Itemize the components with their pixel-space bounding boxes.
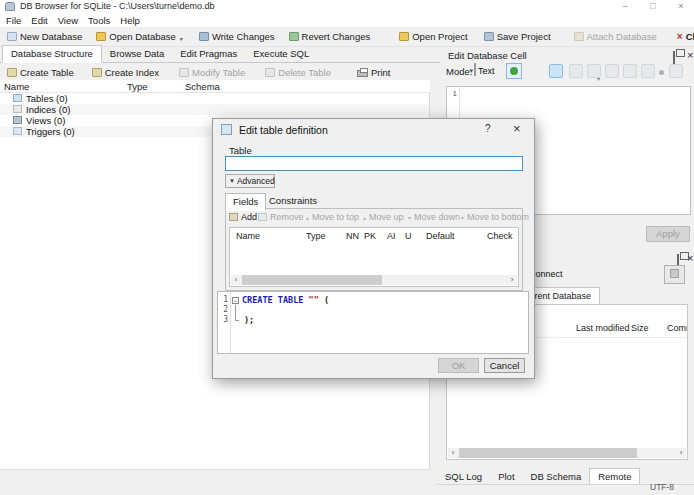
- remote-horizontal-scrollbar[interactable]: ‹ ›: [448, 448, 686, 458]
- encoding-status: UTF-8: [650, 482, 674, 492]
- tab-plot[interactable]: Plot: [490, 469, 522, 485]
- open-database-dropdown-icon[interactable]: ▾: [180, 35, 183, 42]
- structure-toolbar: Create Table Create Index Modify Table D…: [0, 64, 440, 80]
- close-panel-icon[interactable]: ×: [687, 253, 693, 263]
- text-mode-icon[interactable]: [549, 64, 563, 78]
- revert-changes-icon: [289, 32, 299, 41]
- tab-db-schema[interactable]: DB Schema: [523, 469, 590, 485]
- scroll-left-icon[interactable]: ‹: [231, 275, 241, 285]
- auto-apply-toggle[interactable]: [506, 63, 522, 79]
- menubar: File Edit View Tools Help: [0, 13, 694, 27]
- create-table-icon: [7, 68, 17, 77]
- arrow-down-icon: ▾: [408, 214, 411, 221]
- apply-dot-icon: [510, 67, 518, 75]
- export-file-icon: [605, 64, 619, 78]
- move-to-bottom-button: ▾ Move to bottom: [461, 212, 529, 222]
- col-nn[interactable]: NN: [346, 231, 359, 241]
- tree-column-name[interactable]: Name: [4, 81, 29, 92]
- delete-table-icon: [265, 68, 275, 77]
- tab-execute-sql[interactable]: Execute SQL: [245, 46, 317, 62]
- tab-browse-data[interactable]: Browse Data: [102, 46, 172, 62]
- float-panel-icon[interactable]: [673, 51, 675, 64]
- remote-column-commit[interactable]: Commit: [667, 323, 688, 333]
- tree-column-schema[interactable]: Schema: [185, 81, 220, 92]
- views-icon: [13, 116, 22, 124]
- mode-label: Mode:: [446, 66, 472, 77]
- create-index-button[interactable]: Create Index: [87, 65, 164, 80]
- tab-database-structure[interactable]: Database Structure: [2, 45, 102, 63]
- import-dropdown-icon: ▾: [597, 75, 600, 82]
- print-button[interactable]: Print: [352, 65, 396, 80]
- scroll-right-icon[interactable]: ›: [507, 275, 517, 285]
- create-index-icon: [92, 68, 102, 77]
- mode-select[interactable]: Text ▾: [474, 63, 476, 76]
- modify-table-button: Modify Table: [174, 65, 250, 80]
- tab-constraints[interactable]: Constraints: [262, 193, 324, 209]
- scrollbar-thumb[interactable]: [242, 275, 382, 285]
- print-cell-icon: [669, 64, 683, 78]
- minimize-button[interactable]: –: [612, 0, 638, 13]
- tab-edit-pragmas[interactable]: Edit Pragmas: [172, 46, 245, 62]
- dialog-close-icon[interactable]: ×: [513, 121, 521, 136]
- add-field-button[interactable]: Add: [229, 212, 257, 222]
- scroll-left-icon[interactable]: ‹: [448, 448, 458, 458]
- menu-edit[interactable]: Edit: [26, 13, 52, 27]
- main-view-tabs: Database Structure Browse Data Edit Prag…: [0, 46, 440, 63]
- revert-changes-button[interactable]: Revert Changes: [284, 29, 376, 44]
- fullscreen-icon: [641, 64, 655, 78]
- tree-item-indices[interactable]: Indices (0): [0, 104, 429, 115]
- tree-column-type[interactable]: Type: [127, 81, 148, 92]
- menu-view[interactable]: View: [53, 13, 83, 27]
- dialog-title: Edit table definition: [239, 124, 328, 136]
- tree-item-tables[interactable]: Tables (0): [0, 93, 429, 104]
- menu-help[interactable]: Help: [115, 13, 145, 27]
- col-name[interactable]: Name: [236, 231, 260, 241]
- triggers-icon: [13, 127, 22, 135]
- scrollbar-thumb[interactable]: [459, 448, 637, 458]
- dot-icon: [659, 70, 664, 75]
- fold-marker-icon[interactable]: −: [232, 297, 239, 304]
- remote-column-size[interactable]: Size: [631, 323, 649, 333]
- open-database-icon: [96, 32, 106, 41]
- col-default[interactable]: Default: [426, 231, 455, 241]
- edit-table-definition-dialog: Edit table definition ? × Table ▼ Advanc…: [212, 118, 535, 379]
- col-check[interactable]: Check: [487, 231, 513, 241]
- col-type[interactable]: Type: [306, 231, 326, 241]
- print-icon: [357, 70, 368, 77]
- open-project-button[interactable]: Open Project: [394, 29, 472, 44]
- arrow-down-icon: ▾: [461, 214, 464, 221]
- close-button[interactable]: ×: [668, 0, 694, 13]
- create-table-button[interactable]: Create Table: [2, 65, 79, 80]
- table-name-input[interactable]: [225, 156, 523, 171]
- close-panel-icon[interactable]: ×: [687, 50, 693, 60]
- line-number: 2: [219, 305, 228, 314]
- fields-horizontal-scrollbar[interactable]: ‹ ›: [231, 275, 517, 285]
- arrow-up-icon: ▴: [306, 214, 309, 221]
- write-changes-button[interactable]: Write Changes: [194, 29, 280, 44]
- write-changes-icon: [199, 32, 209, 41]
- menu-file[interactable]: File: [1, 13, 26, 27]
- open-database-button[interactable]: Open Database ▾: [91, 29, 188, 44]
- menu-tools[interactable]: Tools: [83, 13, 115, 27]
- advanced-button[interactable]: ▼ Advanced: [225, 174, 275, 188]
- delete-table-button: Delete Table: [260, 65, 336, 80]
- tab-fields[interactable]: Fields: [225, 193, 266, 211]
- move-to-top-button: ▴ Move to top: [306, 212, 359, 222]
- tab-remote[interactable]: Remote: [589, 468, 640, 485]
- close-database-button[interactable]: × Close Database: [672, 29, 694, 44]
- save-project-button[interactable]: Save Project: [479, 29, 556, 44]
- cancel-button[interactable]: Cancel: [484, 358, 525, 373]
- bottom-dock-tabs: SQL Log Plot DB Schema Remote: [437, 468, 640, 485]
- scroll-right-icon[interactable]: ›: [676, 448, 686, 458]
- maximize-button[interactable]: □: [640, 0, 666, 13]
- new-database-button[interactable]: New Database: [2, 29, 87, 44]
- remote-column-last-modified[interactable]: Last modified: [576, 323, 630, 333]
- sql-preview-editor[interactable]: 1 2 3 − CREATE TABLE "" ( );: [217, 291, 529, 354]
- tab-sql-log[interactable]: SQL Log: [437, 469, 490, 485]
- col-ai[interactable]: AI: [387, 231, 396, 241]
- dialog-help-icon[interactable]: ?: [485, 123, 491, 134]
- col-pk[interactable]: PK: [364, 231, 376, 241]
- remote-refresh-button[interactable]: [664, 265, 685, 284]
- col-u[interactable]: U: [405, 231, 412, 241]
- save-project-icon: [484, 32, 494, 41]
